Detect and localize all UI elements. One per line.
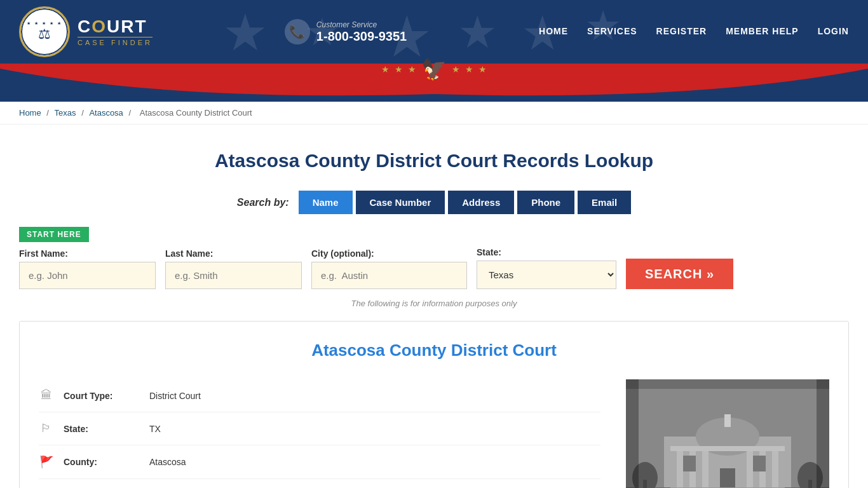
nav-member-help[interactable]: MEMBER HELP — [726, 26, 798, 37]
county-row: 🚩 County: Atascosa — [39, 445, 600, 479]
state-icon: 🏳 — [39, 422, 54, 435]
state-row: 🏳 State: TX — [39, 412, 600, 445]
breadcrumb-current: Atascosa County District Court — [140, 108, 252, 118]
first-name-group: First Name: — [19, 248, 156, 289]
svg-rect-17 — [720, 468, 735, 487]
svg-rect-5 — [724, 414, 731, 427]
svg-rect-19 — [643, 480, 647, 488]
logo-stars: ★ ★ ★ ★ ★ — [27, 21, 62, 26]
county-value: Atascosa — [149, 457, 186, 467]
header-arch-decoration: ★★★ 🦅 ★★★ — [0, 64, 868, 102]
logo-case-finder-text: CASE FINDER — [78, 37, 153, 46]
customer-service: 📞 Customer Service 1-800-309-9351 — [285, 19, 407, 44]
breadcrumb-sep-2: / — [81, 108, 86, 118]
svg-rect-26 — [817, 379, 829, 488]
last-name-label: Last Name: — [165, 248, 302, 259]
last-name-group: Last Name: — [165, 248, 302, 289]
breadcrumb: Home / Texas / Atascosa / Atascosa Count… — [0, 102, 868, 125]
court-card-title: Atascosa County District Court — [39, 341, 829, 360]
first-name-input[interactable] — [19, 262, 156, 289]
site-header: ★ ★ ★ ★ ★ ★ ★ ★ ★ ★ ★ ⚖ COURT CASE FINDE… — [0, 0, 868, 64]
logo-text: COURT CASE FINDER — [78, 18, 153, 46]
breadcrumb-home[interactable]: Home — [19, 108, 41, 118]
search-form: First Name: Last Name: City (optional): … — [19, 247, 849, 289]
nav-home[interactable]: HOME — [539, 26, 568, 37]
city-label: City (optional): — [311, 248, 467, 259]
cs-phone: 1-800-309-9351 — [316, 29, 407, 44]
nav-services[interactable]: SERVICES — [587, 26, 637, 37]
svg-rect-21 — [808, 480, 812, 488]
logo-court-text: COURT — [78, 18, 153, 36]
breadcrumb-texas[interactable]: Texas — [55, 108, 76, 118]
court-type-icon: 🏛 — [39, 389, 54, 402]
tab-name[interactable]: Name — [299, 191, 353, 214]
eagle-decoration: ★★★ 🦅 ★★★ — [381, 57, 487, 81]
state-select[interactable]: Texas Alabama Alaska Arizona Arkansas Ca… — [477, 261, 616, 289]
tab-phone[interactable]: Phone — [517, 191, 574, 214]
breadcrumb-sep-1: / — [46, 108, 51, 118]
svg-rect-8 — [702, 449, 709, 487]
svg-rect-6 — [677, 449, 683, 487]
last-name-input[interactable] — [165, 262, 302, 289]
first-name-label: First Name: — [19, 248, 156, 259]
breadcrumb-atascosa[interactable]: Atascosa — [89, 108, 123, 118]
breadcrumb-sep-3: / — [128, 108, 133, 118]
scales-icon: ⚖ — [38, 26, 51, 43]
svg-rect-25 — [626, 379, 639, 488]
court-image-area — [626, 379, 829, 488]
svg-rect-9 — [747, 449, 753, 487]
court-details: 🏛 Court Type: District Court 🏳 State: TX… — [39, 379, 600, 488]
search-by-row: Search by: Name Case Number Address Phon… — [19, 191, 849, 214]
state-label: State: — [477, 247, 616, 257]
state-group: State: Texas Alabama Alaska Arizona Arka… — [477, 247, 616, 289]
main-nav: HOME SERVICES REGISTER MEMBER HELP LOGIN — [539, 26, 849, 37]
city-input[interactable] — [311, 262, 467, 289]
tab-address[interactable]: Address — [448, 191, 514, 214]
nav-login[interactable]: LOGIN — [818, 26, 849, 37]
page-title: Atascosa County District Court Records L… — [19, 150, 849, 172]
court-type-label: Court Type: — [64, 391, 140, 401]
svg-rect-15 — [683, 456, 696, 471]
search-button-label: SEARCH » — [645, 267, 714, 281]
court-type-row: 🏛 Court Type: District Court — [39, 379, 600, 412]
search-by-label: Search by: — [237, 197, 289, 208]
search-button[interactable]: SEARCH » — [626, 259, 733, 289]
start-here-badge: START HERE — [19, 227, 89, 242]
svg-rect-11 — [772, 449, 778, 487]
info-note: The following is for information purpose… — [19, 299, 849, 308]
court-card: Atascosa County District Court 🏛 Court T… — [19, 321, 849, 488]
svg-rect-27 — [626, 379, 829, 389]
logo-area[interactable]: ★ ★ ★ ★ ★ ⚖ COURT CASE FINDER — [19, 6, 153, 57]
state-value: TX — [149, 424, 161, 434]
nav-register[interactable]: REGISTER — [656, 26, 707, 37]
phone-icon: 📞 — [285, 19, 310, 44]
county-label: County: — [64, 457, 140, 467]
svg-rect-16 — [753, 456, 766, 471]
cs-label: Customer Service — [316, 20, 407, 29]
tab-case-number[interactable]: Case Number — [356, 191, 445, 214]
court-image — [626, 379, 829, 488]
main-content: Atascosa County District Court Records L… — [0, 125, 868, 488]
svg-rect-12 — [670, 446, 785, 451]
county-icon: 🚩 — [39, 455, 54, 469]
eagle-stars: ★★★ 🦅 ★★★ — [381, 57, 487, 81]
tab-email[interactable]: Email — [578, 191, 631, 214]
court-info-content: 🏛 Court Type: District Court 🏳 State: TX… — [39, 379, 829, 488]
court-type-value: District Court — [149, 391, 201, 401]
logo-badge: ★ ★ ★ ★ ★ ⚖ — [19, 6, 70, 57]
city-group: City (optional): — [311, 248, 467, 289]
state-label-detail: State: — [64, 424, 140, 434]
